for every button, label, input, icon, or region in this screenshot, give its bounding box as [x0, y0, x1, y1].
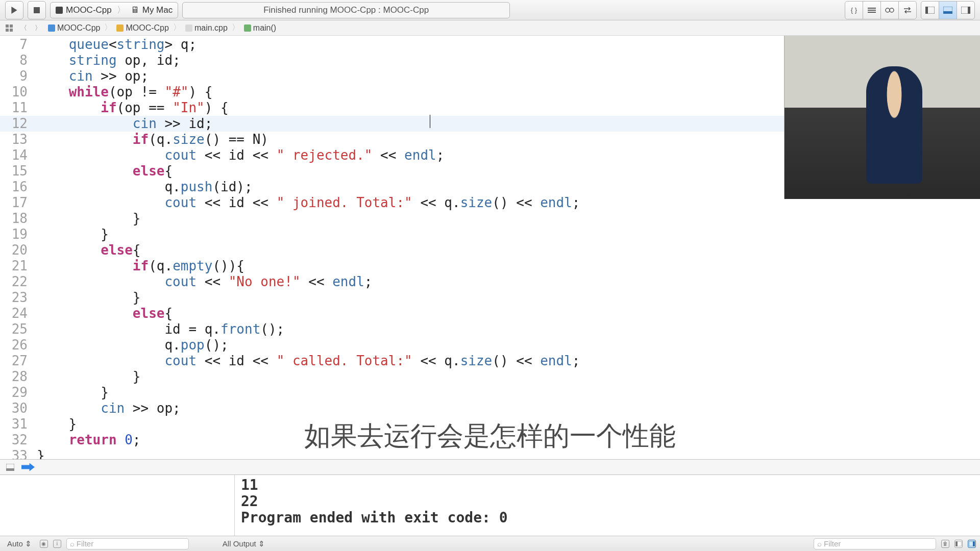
nav-back-button[interactable]: 〈 — [17, 22, 30, 34]
toggle-right-panel-button[interactable] — [957, 1, 975, 19]
output-scope-select[interactable]: All Output ⇕ — [219, 538, 268, 549]
line-number: 15 — [0, 163, 37, 179]
code-text: else{ — [37, 242, 980, 258]
toggle-breakpoints-icon[interactable] — [4, 461, 16, 473]
console-output[interactable]: 11 22 Program ended with exit code: 0 — [235, 475, 980, 536]
code-text: } — [37, 227, 980, 242]
activity-status: Finished running MOOC-Cpp : MOOC-Cpp — [182, 2, 510, 18]
assistant-lines-icon[interactable] — [863, 1, 881, 19]
chevron-right-icon: 〉 — [232, 22, 240, 33]
breadcrumb-label: main.cpp — [194, 23, 228, 33]
run-button[interactable] — [5, 1, 23, 19]
breadcrumb-folder[interactable]: MOOC-Cpp — [114, 23, 170, 33]
svg-point-6 — [890, 8, 894, 12]
line-number: 22 — [0, 274, 37, 290]
version-circles-icon[interactable] — [880, 1, 899, 19]
line-number: 24 — [0, 306, 37, 321]
code-line[interactable]: 22 cout << "No one!" << endl; — [0, 274, 980, 290]
line-number: 11 — [0, 100, 37, 116]
line-number: 18 — [0, 211, 37, 227]
video-subtitle: 如果去运行会是怎样的一个性能 — [304, 418, 676, 454]
svg-rect-1 — [34, 7, 40, 13]
variables-scope-select[interactable]: Auto ⇕ — [4, 538, 35, 549]
text-cursor — [430, 115, 430, 128]
code-line[interactable]: 23 } — [0, 290, 980, 306]
line-number: 13 — [0, 132, 37, 147]
status-text: Finished running MOOC-Cpp : MOOC-Cpp — [263, 5, 429, 15]
code-text: cin >> op; — [37, 400, 980, 416]
nav-forward-button[interactable]: 〉 — [32, 22, 44, 34]
code-line[interactable]: 18 } — [0, 211, 980, 227]
code-line[interactable]: 24 else{ — [0, 306, 980, 321]
svg-rect-18 — [6, 468, 14, 471]
code-line[interactable]: 29 } — [0, 385, 980, 400]
show-left-console-button[interactable] — [954, 540, 963, 548]
code-line[interactable]: 19 } — [0, 227, 980, 242]
code-line[interactable]: 20 else{ — [0, 242, 980, 258]
toggle-left-panel-button[interactable] — [921, 1, 939, 19]
scheme-device: My Mac — [142, 5, 173, 15]
line-number: 31 — [0, 416, 37, 432]
cpp-file-icon — [185, 24, 192, 32]
svg-rect-8 — [925, 7, 928, 14]
line-number: 21 — [0, 258, 37, 274]
braces-icon[interactable]: { } — [845, 1, 863, 19]
code-line[interactable]: 27 cout << id << " called. Total:" << q.… — [0, 353, 980, 369]
jump-bar: 〈 〉 MOOC-Cpp 〉 MOOC-Cpp 〉 main.cpp 〉 mai… — [0, 20, 980, 36]
debug-bottom-bar: Auto ⇕ ◉ i ⌕ Filter All Output ⇕ ⌕ Filte… — [0, 536, 980, 551]
show-right-console-button[interactable] — [968, 540, 976, 548]
auto-label: Auto — [7, 539, 23, 548]
filter-icon: ⌕ — [70, 539, 75, 548]
chevron-right-icon: 〉 — [173, 22, 181, 33]
line-number: 9 — [0, 68, 37, 84]
line-number: 10 — [0, 84, 37, 100]
scheme-selector[interactable]: MOOC-Cpp 〉 🖥 My Mac — [50, 2, 178, 18]
svg-rect-14 — [10, 24, 13, 28]
code-line[interactable]: 26 q.pop(); — [0, 337, 980, 353]
code-line[interactable]: 21 if(q.empty()){ — [0, 258, 980, 274]
xcode-toolbar: MOOC-Cpp 〉 🖥 My Mac Finished running MOO… — [0, 0, 980, 20]
breadcrumb-file[interactable]: main.cpp — [183, 23, 230, 33]
line-number: 14 — [0, 147, 37, 163]
line-number: 25 — [0, 321, 37, 337]
debug-bar — [0, 459, 980, 474]
variables-view[interactable] — [0, 475, 235, 536]
stop-button[interactable] — [28, 1, 46, 19]
breadcrumb-label: MOOC-Cpp — [126, 23, 168, 33]
console-filter-input[interactable]: ⌕ Filter — [814, 538, 936, 549]
breadcrumb-project[interactable]: MOOC-Cpp — [46, 23, 102, 33]
line-number: 29 — [0, 385, 37, 400]
code-text: } — [37, 385, 980, 400]
filter-placeholder: Filter — [824, 539, 841, 548]
trash-icon[interactable]: 🗑 — [941, 540, 949, 548]
line-number: 23 — [0, 290, 37, 306]
line-number: 28 — [0, 369, 37, 385]
info-icon[interactable]: i — [53, 540, 61, 548]
related-items-icon[interactable] — [3, 22, 15, 34]
variables-filter-input[interactable]: ⌕ Filter — [66, 538, 189, 549]
line-number: 16 — [0, 179, 37, 195]
svg-rect-15 — [6, 29, 9, 32]
updown-icon: ⇕ — [258, 539, 265, 548]
counterpart-arrows-icon[interactable] — [898, 1, 917, 19]
svg-rect-16 — [10, 29, 13, 32]
project-icon — [48, 24, 55, 32]
code-line[interactable]: 28 } — [0, 369, 980, 385]
code-text: cout << "No one!" << endl; — [37, 274, 980, 290]
line-number: 32 — [0, 432, 37, 448]
line-number: 17 — [0, 195, 37, 211]
scheme-target: MOOC-Cpp — [66, 5, 112, 15]
code-line[interactable]: 25 id = q.front(); — [0, 321, 980, 337]
breadcrumb-label: MOOC-Cpp — [57, 23, 100, 33]
toggle-bottom-panel-button[interactable] — [939, 1, 957, 19]
code-line[interactable]: 30 cin >> op; — [0, 400, 980, 416]
breadcrumb-symbol[interactable]: main() — [242, 23, 278, 33]
svg-rect-20 — [955, 541, 958, 546]
filter-placeholder: Filter — [77, 539, 93, 548]
filter-icon: ⌕ — [817, 539, 822, 548]
debug-console: 11 22 Program ended with exit code: 0 — [0, 474, 980, 536]
eye-icon[interactable]: ◉ — [40, 540, 48, 548]
chevron-right-icon: 〉 — [104, 22, 112, 33]
svg-rect-10 — [943, 11, 952, 14]
continue-execution-icon[interactable] — [21, 463, 35, 471]
